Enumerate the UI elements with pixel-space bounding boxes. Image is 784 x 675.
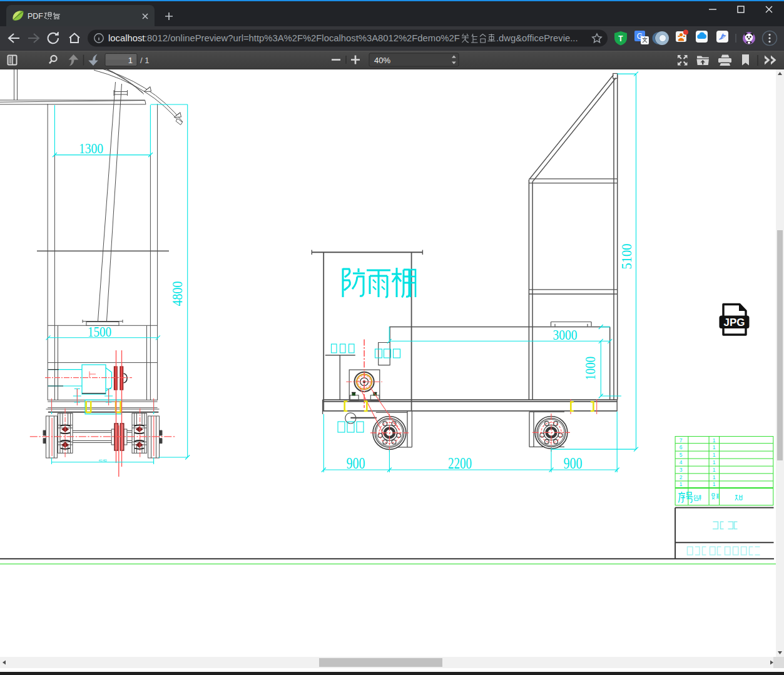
svg-text:1: 1: [128, 56, 133, 65]
svg-text:localhost: localhost: [108, 33, 145, 43]
svg-text:7: 7: [680, 437, 683, 444]
svg-text:1300: 1300: [79, 141, 103, 156]
svg-text:900: 900: [564, 455, 583, 472]
svg-text::8012/onlinePreview?url=http%3: :8012/onlinePreview?url=http%3A%2F%2Floc…: [145, 33, 460, 43]
svg-text:2: 2: [680, 474, 683, 480]
svg-text:1000: 1000: [583, 357, 598, 380]
svg-text:900: 900: [347, 455, 365, 472]
svg-text:1: 1: [713, 474, 716, 480]
svg-text:3000: 3000: [553, 327, 578, 343]
svg-text:1: 1: [713, 444, 716, 450]
svg-text:4: 4: [680, 459, 683, 465]
svg-text:3: 3: [680, 467, 683, 473]
svg-text:1: 1: [713, 467, 716, 473]
svg-text:1: 1: [680, 481, 683, 487]
svg-text:2200: 2200: [448, 455, 472, 472]
svg-text:1: 1: [713, 459, 716, 465]
svg-text:40%: 40%: [374, 56, 390, 65]
svg-text:1500: 1500: [88, 324, 111, 340]
svg-text:5100: 5100: [619, 244, 634, 270]
svg-text:4800: 4800: [170, 282, 185, 307]
svg-text:1: 1: [713, 452, 716, 458]
svg-text:6: 6: [680, 444, 683, 450]
svg-text:.dwg&officePrevie...: .dwg&officePrevie...: [496, 33, 578, 43]
svg-text:4140: 4140: [99, 458, 107, 462]
svg-text:JPG: JPG: [724, 317, 745, 328]
svg-text:5: 5: [680, 452, 683, 458]
svg-text:/ 1: / 1: [140, 56, 149, 65]
svg-text:T: T: [618, 34, 623, 43]
svg-text:PDF: PDF: [28, 12, 43, 21]
svg-text:1: 1: [713, 437, 716, 444]
svg-text:1: 1: [713, 481, 716, 487]
